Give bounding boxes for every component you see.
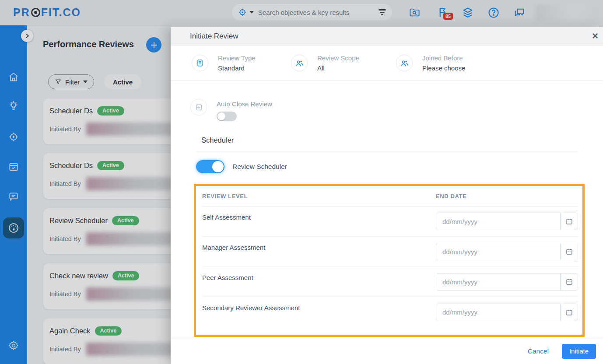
table-row: Manager Assessment [202, 237, 578, 267]
people-icon [295, 59, 304, 68]
step-value: All [317, 64, 359, 72]
step-value: Please choose [422, 64, 465, 72]
cancel-button[interactable]: Cancel [528, 347, 549, 355]
table-row: Peer Assessment [202, 267, 578, 297]
step-label: Review Type [218, 54, 256, 62]
end-date-input[interactable] [436, 243, 560, 260]
document-icon [196, 59, 204, 67]
initiate-button[interactable]: Initiate [562, 344, 596, 359]
auto-close-review-section: Auto Close Review [190, 99, 272, 121]
calendar-button[interactable] [560, 304, 578, 321]
end-date-field [436, 304, 578, 321]
review-scheduler-toggle[interactable] [196, 160, 224, 173]
column-header-review-level: REVIEW LEVEL [202, 193, 436, 200]
table-row: Self Assessment [202, 206, 578, 237]
end-date-input[interactable] [436, 213, 560, 230]
review-level-label: Self Assessment [202, 214, 436, 221]
calendar-button[interactable] [560, 243, 578, 260]
auto-close-icon [195, 103, 203, 112]
end-date-field [436, 273, 578, 290]
end-date-input[interactable] [436, 304, 560, 321]
step-label: Review Scope [317, 54, 359, 62]
calendar-button[interactable] [560, 213, 578, 230]
step-joined-before[interactable]: Joined Before Please choose [396, 54, 465, 72]
people-icon [400, 59, 409, 68]
scheduler-section-title: Scheduler [201, 136, 234, 144]
table-row: Secondary Reviewer Assessment [202, 297, 578, 327]
review-level-label: Peer Assessment [202, 274, 436, 281]
modal-footer: Cancel Initiate [171, 338, 603, 364]
scheduler-table-highlight: REVIEW LEVEL END DATE Self Assessment Ma… [194, 184, 585, 337]
calendar-icon [565, 278, 573, 286]
calendar-icon [565, 308, 573, 316]
review-level-label: Manager Assessment [202, 244, 436, 251]
review-level-label: Secondary Reviewer Assessment [202, 304, 436, 312]
modal-header: Initiate Review [171, 27, 603, 46]
review-scheduler-label: Review Scheduler [232, 163, 287, 171]
end-date-field [436, 243, 578, 260]
auto-close-toggle[interactable] [217, 112, 237, 121]
calendar-button[interactable] [560, 273, 578, 290]
column-header-end-date: END DATE [436, 193, 578, 200]
step-review-scope[interactable]: Review Scope All [291, 54, 359, 72]
review-summary-steps: Review Type Standard Review Scope All [171, 46, 603, 81]
end-date-input[interactable] [436, 273, 560, 290]
auto-close-label: Auto Close Review [217, 100, 272, 108]
scheduler-table-header: REVIEW LEVEL END DATE [202, 186, 578, 206]
calendar-icon [565, 217, 573, 225]
end-date-field [436, 213, 578, 230]
modal-title: Initiate Review [190, 32, 238, 41]
step-value: Standard [218, 64, 256, 72]
step-review-type[interactable]: Review Type Standard [192, 54, 256, 72]
calendar-icon [565, 248, 573, 256]
review-scheduler-toggle-row: Review Scheduler [196, 160, 287, 173]
close-icon[interactable]: × [592, 30, 603, 42]
step-label: Joined Before [422, 54, 465, 62]
initiate-review-modal: Initiate Review × Review Type Standard [171, 27, 603, 364]
divider [196, 151, 578, 151]
